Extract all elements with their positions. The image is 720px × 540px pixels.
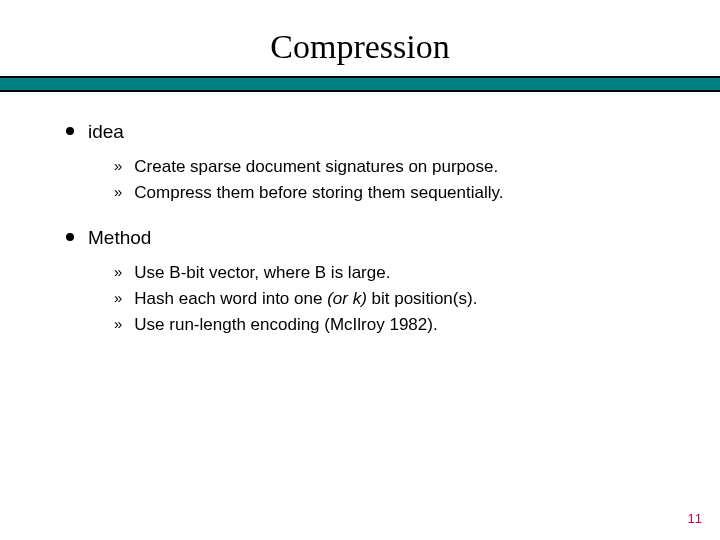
bullet-idea: idea — [66, 120, 670, 144]
chevron-icon: » — [114, 157, 122, 174]
sub-item: » Compress them before storing them sequ… — [114, 182, 670, 204]
sub-item-text: Hash each word into one (or k) bit posit… — [134, 288, 477, 310]
sub-item: » Hash each word into one (or k) bit pos… — [114, 288, 670, 310]
chevron-icon: » — [114, 289, 122, 306]
slide-body: idea » Create sparse document signatures… — [0, 92, 720, 358]
bullet-dot-icon — [66, 233, 74, 241]
chevron-icon: » — [114, 263, 122, 280]
slide: Compression idea » Create sparse documen… — [0, 0, 720, 540]
title-divider — [0, 76, 720, 92]
bullet-idea-sublist: » Create sparse document signatures on p… — [66, 150, 670, 226]
slide-title: Compression — [0, 0, 720, 76]
bullet-method: Method — [66, 226, 670, 250]
chevron-icon: » — [114, 315, 122, 332]
bullet-label: Method — [88, 226, 151, 250]
sub-item: » Use run-length encoding (McIlroy 1982)… — [114, 314, 670, 336]
sub-item-text: Use B-bit vector, where B is large. — [134, 262, 390, 284]
chevron-icon: » — [114, 183, 122, 200]
bullet-method-sublist: » Use B-bit vector, where B is large. » … — [66, 256, 670, 358]
bullet-label: idea — [88, 120, 124, 144]
sub-item-text: Use run-length encoding (McIlroy 1982). — [134, 314, 437, 336]
sub-item-text: Create sparse document signatures on pur… — [134, 156, 498, 178]
sub-item: » Use B-bit vector, where B is large. — [114, 262, 670, 284]
page-number: 11 — [688, 511, 702, 526]
sub-item-text: Compress them before storing them sequen… — [134, 182, 503, 204]
sub-item: » Create sparse document signatures on p… — [114, 156, 670, 178]
bullet-dot-icon — [66, 127, 74, 135]
